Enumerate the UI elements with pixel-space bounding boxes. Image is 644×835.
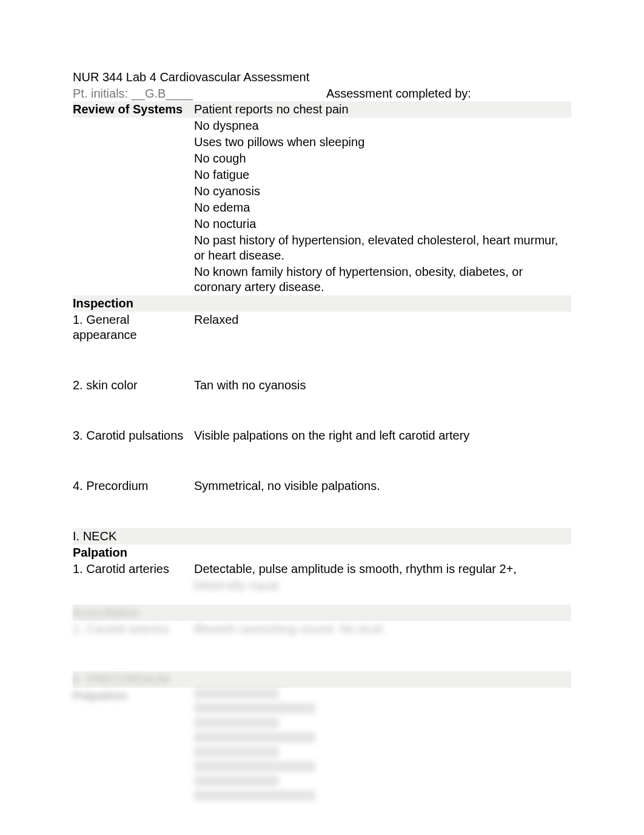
ros-line-6: No edema (194, 200, 571, 216)
inspection-4-label: 4. Precordium (73, 478, 194, 494)
ros-line-0: Patient reports no chest pain (194, 101, 571, 118)
ros-line-8: No past history of hypertension, elevate… (194, 232, 571, 264)
ros-line-4: No fatigue (194, 167, 571, 183)
palpation-heading: Palpation (73, 545, 571, 561)
inspection-2-value: Tan with no cyanosis (194, 377, 571, 394)
inspection-1-value: Relaxed (194, 312, 571, 343)
assessment-form-table: Review of Systems Patient reports no che… (73, 101, 571, 805)
inspection-4-value: Symmetrical, no visible palpations. (194, 478, 571, 494)
ros-line-7: No nocturia (194, 216, 571, 232)
neck-heading: I. NECK (73, 528, 571, 545)
redacted-label-4: Palpation (73, 688, 194, 805)
ros-line-1: No dyspnea (194, 118, 571, 134)
redacted-text: bilaterally equal (194, 577, 571, 594)
carotid-arteries-label: 1. Carotid arteries (73, 561, 194, 577)
inspection-3-value: Visible palpations on the right and left… (194, 428, 571, 444)
ros-line-9: No known family history of hypertension,… (194, 264, 571, 295)
redacted-label-2: 1. Carotid arteries (73, 621, 194, 637)
inspection-1-label: 1. General appearance (73, 312, 194, 343)
ros-line-5: No cyanosis (194, 183, 571, 200)
redacted-label-1: Auscultation (73, 605, 194, 621)
document-title: NUR 344 Lab 4 Cardiovascular Assessment (73, 70, 571, 85)
redacted-value-2: Blowish swooshing sound. No bruit. (194, 621, 571, 637)
ros-line-2: Uses two pillows when sleeping (194, 134, 571, 150)
inspection-heading: Inspection (73, 295, 571, 312)
redacted-label-3: II. PRECORDIUM (73, 671, 194, 688)
pt-initials-label: Pt. initials: __G.B____ (73, 86, 193, 101)
review-of-systems-label: Review of Systems (73, 101, 194, 118)
redacted-list (194, 688, 571, 805)
inspection-2-label: 2. skin color (73, 377, 194, 394)
carotid-arteries-value: Detectable, pulse amplitude is smooth, r… (194, 561, 571, 577)
inspection-3-label: 3. Carotid pulsations (73, 428, 194, 444)
assessment-completed-by-label: Assessment completed by: (326, 86, 471, 101)
ros-line-3: No cough (194, 150, 571, 167)
